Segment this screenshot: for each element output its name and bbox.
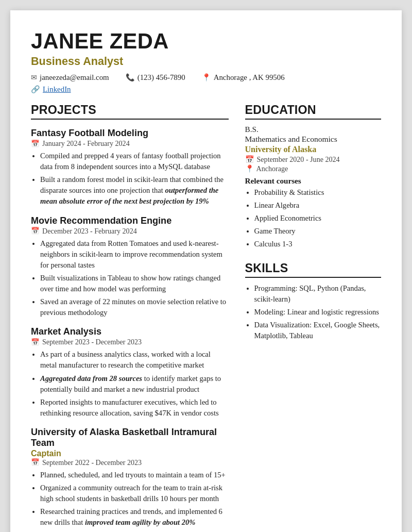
project-title-2: Movie Recommendation Engine [31,215,229,226]
email-icon: ✉ [31,73,37,82]
calendar-icon-2: 📅 [31,227,40,235]
project-title-1: Fantasy Football Modeling [31,128,229,139]
header: JANEE ZEDA Business Analyst ✉ janeezeda@… [31,29,381,94]
project-bullets-2: Aggregated data from Rotten Tomatoes and… [40,238,229,319]
edu-date: 📅 September 2020 - June 2024 [245,155,381,164]
bullet-item: Compiled and prepped 4 years of fantasy … [40,151,229,172]
location-text: Anchorage , AK 99506 [214,73,285,82]
skills-section: SKILLS Programming: SQL, Python (Pandas,… [245,261,381,342]
calendar-icon-3: 📅 [31,338,40,346]
resume: JANEE ZEDA Business Analyst ✉ janeezeda@… [10,10,402,532]
calendar-icon-1: 📅 [31,140,40,148]
linkedin-item[interactable]: 🔗 LinkedIn [31,85,71,94]
project-title-3: Market Analysis [31,326,229,337]
education-section-title: EDUCATION [245,103,381,120]
project-date-3: 📅 September 2023 - December 2023 [31,338,229,346]
captain-label: Captain [31,449,229,458]
bullet-item: Reported insights to manufacturer execut… [40,397,229,419]
edu-university: University of Alaska [245,145,381,154]
project-movie-rec: Movie Recommendation Engine 📅 December 2… [31,215,229,319]
course-item: Linear Algebra [254,200,381,211]
edu-location: 📍 Anchorage [245,164,381,173]
linkedin-link[interactable]: LinkedIn [43,85,71,94]
projects-section-title: PROJECTS [31,103,229,120]
project-bullets-3: As part of a business analytics class, w… [40,349,229,419]
bullet-item: Researched training practices and trends… [40,506,229,528]
project-market-analysis: Market Analysis 📅 September 2023 - Decem… [31,326,229,419]
bullet-item: Built visualizations in Tableau to show … [40,273,229,294]
left-column: PROJECTS Fantasy Football Modeling 📅 Jan… [31,103,229,532]
phone-text: (123) 456-7890 [138,73,185,82]
bullet-item: Built a random forest model in scikit-le… [40,174,229,207]
email-text: janeezeda@email.com [40,73,109,82]
phone-icon: 📞 [126,73,135,82]
courses-list: Probability & Statistics Linear Algebra … [254,187,381,250]
skill-item: Modeling: Linear and logistic regression… [254,307,381,318]
bullet-item: Aggregated data from Rotten Tomatoes and… [40,238,229,271]
main-body: PROJECTS Fantasy Football Modeling 📅 Jan… [31,103,381,532]
skills-list: Programming: SQL, Python (Pandas, scikit… [254,283,381,342]
contact-row: ✉ janeezeda@email.com 📞 (123) 456-7890 📍… [31,73,381,82]
project-date-2: 📅 December 2023 - February 2024 [31,227,229,236]
calendar-icon-4: 📅 [31,458,40,467]
bullet-item: Boosted morale, and led team to win 92% … [40,530,229,532]
bullet-item: Organized a community outreach for the t… [40,483,229,504]
phone-item: 📞 (123) 456-7890 [126,73,185,82]
education-section: EDUCATION B.S. Mathematics and Economics… [245,103,381,250]
location-item: 📍 Anchorage , AK 99506 [202,73,285,82]
location-icon-edu: 📍 [245,164,254,173]
linkedin-icon: 🔗 [31,85,40,94]
right-column: EDUCATION B.S. Mathematics and Economics… [245,103,381,532]
calendar-icon-edu: 📅 [245,155,254,164]
email-item: ✉ janeezeda@email.com [31,73,109,82]
skills-section-title: SKILLS [245,261,381,278]
project-basketball: University of Alaska Basketball Intramur… [31,427,229,532]
course-item: Calculus 1-3 [254,239,381,250]
project-bullets-1: Compiled and prepped 4 years of fantasy … [40,151,229,207]
bullet-item: Planned, scheduled, and led tryouts to m… [40,470,229,480]
project-date-4: 📅 September 2022 - December 2023 [31,458,229,467]
bullet-item: Saved an average of 22 minutes on movie … [40,296,229,318]
relevant-courses-label: Relevant courses [245,176,381,186]
project-bullets-4: Planned, scheduled, and led tryouts to m… [40,470,229,532]
location-icon: 📍 [202,73,211,82]
edu-field: Mathematics and Economics [245,135,381,144]
course-item: Game Theory [254,226,381,237]
candidate-title: Business Analyst [31,55,381,68]
course-item: Probability & Statistics [254,187,381,198]
skill-item: Data Visualization: Excel, Google Sheets… [254,320,381,341]
course-item: Applied Econometrics [254,213,381,224]
linkedin-row: 🔗 LinkedIn [31,85,381,94]
skill-item: Programming: SQL, Python (Pandas, scikit… [254,283,381,305]
candidate-name: JANEE ZEDA [31,29,381,54]
bullet-item: Aggregated data from 28 sources to ident… [40,373,229,395]
bullet-item: As part of a business analytics class, w… [40,349,229,371]
project-date-1: 📅 January 2024 - February 2024 [31,139,229,148]
edu-degree: B.S. [245,125,381,134]
project-title-4: University of Alaska Basketball Intramur… [31,427,229,448]
project-fantasy-football: Fantasy Football Modeling 📅 January 2024… [31,128,229,207]
